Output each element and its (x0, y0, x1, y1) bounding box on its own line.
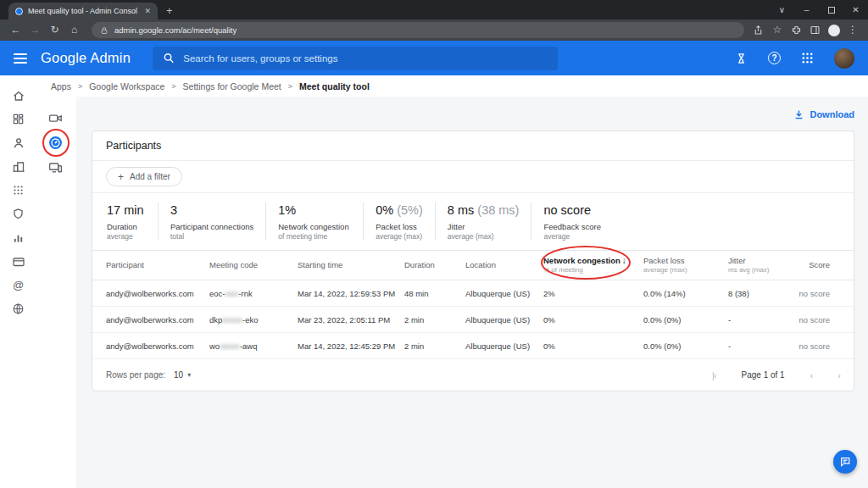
restore-icon (828, 7, 835, 14)
dashboard-icon[interactable] (11, 112, 25, 126)
column-network-congestion[interactable]: Network congestion↓ % of meeting (543, 256, 643, 275)
cell-meeting-code: eoc-mm-rnk (209, 289, 298, 298)
apps-grid-icon[interactable] (801, 52, 814, 64)
first-page-button[interactable]: |‹ (712, 370, 716, 380)
left-sidebar: @ (0, 97, 76, 488)
cell-starting-time: Mar 23, 2022, 2:05:11 PM (298, 315, 404, 324)
forward-button[interactable]: → (26, 19, 44, 41)
sort-desc-icon: ↓ (622, 256, 626, 265)
main-panel: Download Participants + Add a filter 17 … (76, 97, 868, 488)
summary-stats: 17 min Duration average 3 Participant co… (92, 193, 854, 251)
table-footer: Rows per page: 10 ▾ |‹ Page 1 of 1 ‹ › (92, 359, 854, 391)
breadcrumb-google-workspace[interactable]: Google Workspace (89, 81, 164, 92)
rows-per-page-select[interactable]: 10 ▾ (174, 370, 191, 380)
stat-participant-connections: 3 Participant connections total (158, 202, 265, 241)
breadcrumb-apps[interactable]: Apps (51, 81, 71, 92)
meet-settings-rail (48, 111, 63, 175)
lock-icon (100, 25, 108, 36)
cell-location: Albuquerque (US) (465, 341, 543, 351)
reload-button[interactable]: ↻ (46, 19, 64, 41)
column-participant[interactable]: Participant (106, 260, 209, 270)
cell-jitter: - (728, 315, 796, 324)
cell-duration: 2 min (404, 315, 465, 324)
cell-meeting-code: dkpmmm-eko (209, 315, 298, 324)
tab-close-icon[interactable]: ✕ (144, 7, 151, 15)
chat-bubble-icon (839, 456, 851, 468)
support-chat-fab[interactable] (833, 450, 857, 474)
stat-feedback-score: no score Feedback score average (531, 202, 613, 241)
cell-score: no score (796, 289, 840, 298)
column-meeting-code[interactable]: Meeting code (209, 260, 298, 270)
help-icon[interactable]: ? (768, 52, 781, 64)
address-bar[interactable]: admin.google.com/ac/meet/quality (92, 22, 744, 38)
column-score[interactable]: Score (796, 260, 840, 270)
browser-titlebar: Meet quality tool - Admin Consol ✕ + ∨ –… (0, 0, 868, 19)
browser-menu-icon[interactable]: ⋮ (848, 19, 858, 41)
admin-search-input[interactable] (183, 53, 548, 64)
connected-devices-icon[interactable] (48, 160, 63, 175)
tasks-hourglass-icon[interactable] (735, 52, 748, 65)
meet-quality-tool-icon[interactable] (48, 136, 63, 150)
cell-duration: 48 min (404, 289, 465, 298)
column-packet-loss[interactable]: Packet lossaverage (max) (643, 256, 728, 274)
account-avatar[interactable] (834, 48, 854, 69)
page-actions: Download (92, 105, 854, 124)
column-starting-time[interactable]: Starting time (298, 260, 404, 270)
cell-jitter: 8 (38) (728, 289, 796, 298)
column-jitter[interactable]: Jitterms avg (max) (728, 256, 796, 274)
reporting-chart-icon[interactable] (11, 230, 25, 245)
browser-navbar: ← → ↻ ⌂ admin.google.com/ac/meet/quality… (0, 19, 868, 41)
meet-video-icon[interactable] (48, 111, 63, 125)
window-restore-button[interactable] (819, 0, 843, 19)
account-at-icon[interactable]: @ (11, 278, 25, 292)
breadcrumb-separator: > (171, 82, 175, 91)
bookmark-star-icon[interactable]: ☆ (771, 19, 783, 41)
domains-globe-icon[interactable] (11, 302, 25, 316)
home-button[interactable]: ⌂ (65, 19, 83, 41)
column-location[interactable]: Location (465, 260, 543, 270)
devices-buildings-icon[interactable] (11, 159, 25, 174)
main-menu-icon[interactable] (14, 53, 27, 64)
table-row[interactable]: andy@wolberworks.com eoc-mm-rnk Mar 14, … (92, 280, 854, 307)
add-filter-button[interactable]: + Add a filter (106, 167, 182, 186)
previous-page-button[interactable]: ‹ (810, 370, 813, 380)
new-tab-button[interactable]: + (166, 4, 173, 17)
security-shield-icon[interactable] (11, 207, 25, 221)
browser-tab[interactable]: Meet quality tool - Admin Consol ✕ (8, 3, 158, 19)
column-duration[interactable]: Duration (404, 260, 465, 270)
apps-icon[interactable] (11, 183, 25, 197)
add-filter-label: Add a filter (130, 172, 170, 181)
breadcrumb-settings-for-meet[interactable]: Settings for Google Meet (183, 81, 281, 92)
admin-header-icons: ? (735, 48, 854, 69)
admin-console-header: Google Admin ? (0, 41, 868, 75)
cell-starting-time: Mar 14, 2022, 12:59:53 PM (298, 289, 404, 298)
admin-search-bar[interactable] (153, 47, 558, 70)
cell-network-congestion: 2% (543, 289, 643, 298)
cell-score: no score (796, 315, 840, 324)
next-page-button[interactable]: › (837, 370, 840, 380)
breadcrumb-separator: > (78, 82, 82, 91)
window-close-button[interactable]: ✕ (843, 0, 868, 19)
table-row[interactable]: andy@wolberworks.com dkpmmm-eko Mar 23, … (92, 307, 854, 333)
extensions-icon[interactable] (791, 25, 802, 36)
cell-starting-time: Mar 14, 2022, 12:45:29 PM (298, 341, 404, 351)
back-button[interactable]: ← (7, 19, 25, 41)
billing-card-icon[interactable] (11, 254, 25, 269)
home-icon[interactable] (11, 88, 25, 103)
window-minimize-button[interactable]: – (794, 0, 819, 19)
side-panel-icon[interactable] (810, 25, 821, 36)
share-icon[interactable] (753, 25, 764, 36)
directory-icon[interactable] (11, 136, 25, 150)
tab-list-chevron-icon[interactable]: ∨ (770, 0, 794, 19)
table-row[interactable]: andy@wolberworks.com wommm-awq Mar 14, 2… (92, 333, 854, 359)
cell-location: Albuquerque (US) (465, 315, 543, 324)
google-admin-logo[interactable]: Google Admin (41, 50, 131, 66)
content-area: @ Download Participants + (0, 97, 868, 488)
cell-participant: andy@wolberworks.com (106, 341, 209, 351)
navbar-right-icons: ☆ ⋮ (753, 19, 861, 41)
question-glyph: ? (771, 53, 776, 63)
browser-profile-avatar[interactable] (828, 25, 840, 36)
breadcrumb: Apps > Google Workspace > Settings for G… (0, 75, 868, 97)
dropdown-arrow-icon: ▾ (187, 371, 191, 379)
download-button[interactable]: Download (793, 109, 854, 120)
